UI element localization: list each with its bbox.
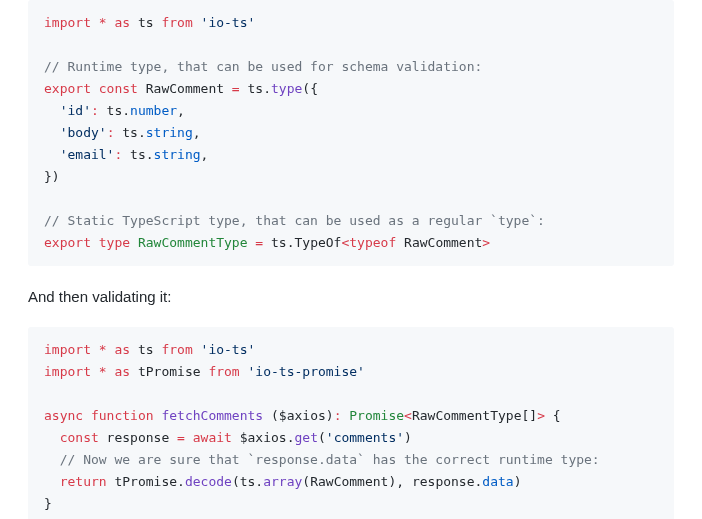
code-token: from [161, 342, 192, 357]
code-line: // Runtime type, that can be used for sc… [44, 56, 658, 78]
code-token: . [146, 147, 154, 162]
code-token [44, 474, 60, 489]
code-token: RawCommentType [138, 235, 248, 250]
code-token: tPromise [107, 474, 177, 489]
code-token: ts [263, 235, 286, 250]
code-token [44, 452, 60, 467]
code-token: type [271, 81, 302, 96]
code-token: { [545, 408, 561, 423]
code-token [91, 235, 99, 250]
code-token: string [146, 125, 193, 140]
code-token: response [404, 474, 474, 489]
code-token: , [396, 474, 404, 489]
code-token: TypeOf [294, 235, 341, 250]
code-token: . [287, 430, 295, 445]
code-token: 'body' [60, 125, 107, 140]
code-token: type [99, 235, 130, 250]
code-token: ts [130, 342, 161, 357]
code-line: import * as tPromise from 'io-ts-promise… [44, 361, 658, 383]
code-token [44, 103, 60, 118]
code-token: RawComment [396, 235, 482, 250]
code-token: > [537, 408, 545, 423]
code-line: import * as ts from 'io-ts' [44, 339, 658, 361]
code-line: 'id': ts.number, [44, 100, 658, 122]
code-token: $axios [232, 430, 287, 445]
code-token [91, 15, 99, 30]
code-token: ( [318, 430, 326, 445]
code-line: 'email': ts.string, [44, 144, 658, 166]
code-token: decode [185, 474, 232, 489]
code-token: : [91, 103, 99, 118]
code-token: = [177, 430, 185, 445]
code-content-1: import * as ts from 'io-ts' // Runtime t… [44, 12, 658, 254]
code-token: (RawComment) [302, 474, 396, 489]
code-token: as [114, 15, 130, 30]
code-token: , [201, 147, 209, 162]
code-token: ts [240, 81, 263, 96]
code-block-2: import * as ts from 'io-ts'import * as t… [28, 327, 674, 520]
code-token: , [193, 125, 201, 140]
code-token: fetchComments [161, 408, 263, 423]
code-token: ({ [302, 81, 318, 96]
code-token: 'email' [60, 147, 115, 162]
code-token: * [99, 15, 107, 30]
code-token: array [263, 474, 302, 489]
code-token: import [44, 364, 91, 379]
code-token [130, 235, 138, 250]
code-token: async [44, 408, 83, 423]
code-token: typeof [349, 235, 396, 250]
code-token [44, 125, 60, 140]
code-token: export [44, 235, 91, 250]
code-token [91, 81, 99, 96]
code-token: get [295, 430, 318, 445]
code-token: * [99, 364, 107, 379]
code-line: const response = await $axios.get('comme… [44, 427, 658, 449]
code-line: return tPromise.decode(ts.array(RawComme… [44, 471, 658, 493]
code-line [44, 383, 658, 405]
code-token: . [255, 474, 263, 489]
code-token: RawComment [138, 81, 232, 96]
code-line: // Static TypeScript type, that can be u… [44, 210, 658, 232]
code-token: string [154, 147, 201, 162]
prose-paragraph: And then validating it: [28, 286, 674, 309]
code-token: = [255, 235, 263, 250]
code-token: , [177, 103, 185, 118]
code-token: > [482, 235, 490, 250]
code-token: // Static TypeScript type, that can be u… [44, 213, 545, 228]
code-token [185, 430, 193, 445]
code-token: . [138, 125, 146, 140]
code-token [83, 408, 91, 423]
code-content-2: import * as ts from 'io-ts'import * as t… [44, 339, 658, 515]
code-token [44, 147, 60, 162]
code-token: response [99, 430, 177, 445]
code-token: * [99, 342, 107, 357]
code-token: const [99, 81, 138, 96]
code-token: return [60, 474, 107, 489]
code-token: < [404, 408, 412, 423]
code-token: from [161, 15, 192, 30]
code-token: ) [404, 430, 412, 445]
code-token [193, 342, 201, 357]
code-line: } [44, 493, 658, 515]
code-block-1: import * as ts from 'io-ts' // Runtime t… [28, 0, 674, 266]
code-line: import * as ts from 'io-ts' [44, 12, 658, 34]
code-token: (ts [232, 474, 255, 489]
code-token: 'comments' [326, 430, 404, 445]
code-token: from [208, 364, 239, 379]
code-token: data [482, 474, 513, 489]
code-token: }) [44, 169, 60, 184]
code-token: } [44, 496, 52, 511]
code-token: ts [99, 103, 122, 118]
code-token [91, 364, 99, 379]
code-token: 'io-ts' [201, 15, 256, 30]
code-token: Promise [349, 408, 404, 423]
code-token: number [130, 103, 177, 118]
code-token: export [44, 81, 91, 96]
code-token: 'io-ts-promise' [248, 364, 365, 379]
code-token: ts [122, 147, 145, 162]
code-line: // Now we are sure that `response.data` … [44, 449, 658, 471]
code-token: const [60, 430, 99, 445]
code-token: import [44, 15, 91, 30]
code-token: tPromise [130, 364, 208, 379]
code-token: ts [130, 15, 161, 30]
